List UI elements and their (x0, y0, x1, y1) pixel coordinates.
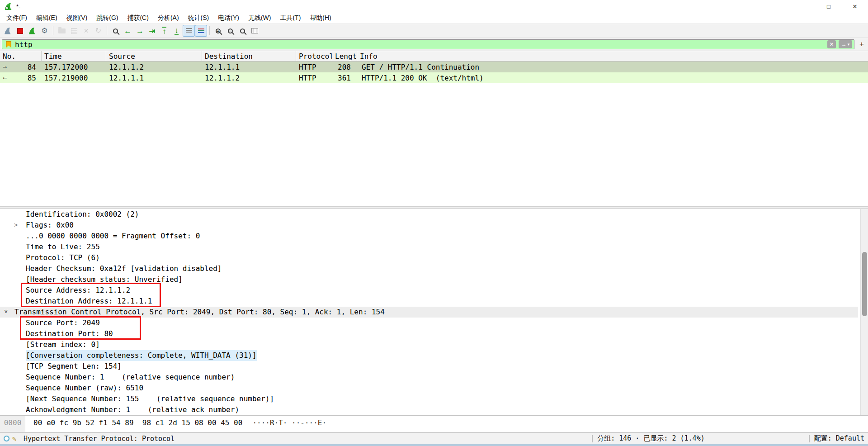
menu-item[interactable]: 捕获(C) (123, 13, 153, 24)
go-last-icon[interactable]: ↓ (170, 25, 183, 37)
detail-tree-row[interactable]: Acknowledgment Number: 1 (relative ack n… (0, 404, 858, 415)
packet-cell[interactable]: 84→ (0, 62, 42, 72)
packet-cell[interactable]: 157.172000 (42, 62, 106, 72)
capture-comment-icon[interactable]: ✎ (12, 435, 16, 443)
detail-field-text[interactable]: [Header checksum status: Unverified] (26, 274, 183, 285)
collapse-arrow-icon[interactable]: ˅ (4, 307, 8, 318)
packet-cell[interactable]: 12.1.1.2 (106, 62, 202, 72)
menu-item[interactable]: 统计(S) (184, 13, 214, 24)
detail-field-text[interactable]: Time to Live: 255 (26, 242, 100, 252)
filter-dropdown-caret-icon[interactable]: ▾ (848, 42, 850, 47)
expert-info-icon[interactable] (4, 436, 9, 441)
detail-field-text[interactable]: Protocol: TCP (6) (26, 252, 100, 263)
detail-field-text[interactable]: Source Address: 12.1.1.2 (26, 285, 130, 296)
filter-apply-icon[interactable]: →▾ (839, 40, 852, 48)
detail-field-text[interactable]: Acknowledgment Number: 1 (relative ack n… (26, 404, 239, 415)
menu-item[interactable]: 无线(W) (244, 13, 276, 24)
find-packet-icon[interactable] (109, 25, 122, 37)
go-first-icon[interactable]: ↑ (158, 25, 170, 37)
detail-field-text[interactable]: ...0 0000 0000 0000 = Fragment Offset: 0 (26, 231, 200, 242)
packet-row[interactable]: 84→157.17200012.1.1.212.1.1.1HTTP208GET … (0, 62, 868, 72)
zoom-in-icon[interactable] (212, 25, 224, 37)
column-header-no[interactable]: No. (0, 51, 42, 61)
detail-field-text[interactable]: [TCP Segment Len: 154] (26, 361, 122, 372)
menu-item[interactable]: 视图(V) (62, 13, 92, 24)
column-header-time[interactable]: Time (42, 51, 106, 61)
detail-field-text[interactable]: [Conversation completeness: Complete, WI… (26, 350, 257, 361)
detail-field-text[interactable]: [Next Sequence Number: 155 (relative seq… (26, 394, 274, 404)
start-capture-icon[interactable] (2, 25, 14, 37)
status-profile[interactable]: 配置: Default (814, 434, 864, 443)
restart-capture-icon[interactable] (26, 25, 38, 37)
close-file-icon[interactable]: ✕ (80, 25, 92, 37)
minimize-button[interactable]: — (789, 0, 816, 13)
packet-cell[interactable]: 85← (0, 72, 42, 83)
go-forward-icon[interactable]: → (134, 25, 146, 37)
packet-cell[interactable]: 157.219000 (42, 72, 106, 83)
maximize-button[interactable]: □ (816, 0, 842, 13)
filter-text[interactable]: http (15, 40, 33, 49)
detail-tree-row[interactable]: [Conversation completeness: Complete, WI… (0, 350, 858, 361)
resize-columns-icon[interactable] (249, 25, 261, 37)
detail-tree-row[interactable]: Source Address: 12.1.1.2 (0, 285, 858, 296)
column-header-destination[interactable]: Destination (202, 51, 296, 61)
detail-field-text[interactable]: Source Port: 2049 (26, 318, 100, 328)
close-button[interactable]: ✕ (842, 0, 868, 13)
detail-tree-row[interactable]: [Header checksum status: Unverified] (0, 274, 858, 285)
zoom-out-icon[interactable] (224, 25, 236, 37)
packet-cell[interactable]: 12.1.1.1 (106, 72, 202, 83)
menu-item[interactable]: 编辑(E) (32, 13, 62, 24)
menu-item[interactable]: 工具(T) (275, 13, 305, 24)
detail-tree-row[interactable]: Destination Address: 12.1.1.1 (0, 296, 858, 307)
colorize-icon[interactable] (195, 25, 207, 37)
column-header-info[interactable]: Info (357, 51, 868, 61)
packet-row[interactable]: 85←157.21900012.1.1.112.1.1.2HTTP361HTTP… (0, 72, 868, 83)
menu-item[interactable]: 帮助(H) (305, 13, 335, 24)
packet-cell[interactable]: GET / HTTP/1.1 Continuation (357, 62, 868, 72)
detail-tree-row[interactable]: ˅Transmission Control Protocol, Src Port… (0, 307, 858, 318)
detail-tree-row[interactable]: Destination Port: 80 (0, 328, 858, 339)
detail-tree-row[interactable]: Protocol: TCP (6) (0, 252, 858, 263)
column-header-protocol[interactable]: Protocol (296, 51, 332, 61)
detail-field-text[interactable]: Transmission Control Protocol, Src Port:… (14, 307, 385, 318)
column-header-length[interactable]: Length (332, 51, 357, 61)
detail-tree-row[interactable]: ...0 0000 0000 0000 = Fragment Offset: 0 (0, 231, 858, 242)
packet-cell[interactable]: 12.1.1.2 (202, 72, 296, 83)
detail-field-text[interactable]: Flags: 0x00 (26, 220, 74, 231)
packet-cell[interactable]: 208 (332, 62, 357, 72)
detail-field-text[interactable]: Destination Port: 80 (26, 328, 113, 339)
detail-tree-row[interactable]: Source Port: 2049 (0, 318, 858, 328)
detail-field-text[interactable]: Destination Address: 12.1.1.1 (26, 296, 152, 307)
menu-item[interactable]: 分析(A) (153, 13, 184, 24)
detail-tree-row[interactable]: [Stream index: 0] (0, 339, 858, 350)
detail-field-text[interactable]: [Stream index: 0] (26, 339, 100, 350)
hex-ascii[interactable]: ····R·T· ··-···E· (252, 418, 326, 429)
details-scrollbar-thumb[interactable] (862, 252, 867, 316)
reload-icon[interactable]: ↻ (92, 25, 104, 37)
open-file-icon[interactable] (56, 25, 68, 37)
detail-field-text[interactable]: Identification: 0x0002 (2) (26, 209, 139, 220)
packet-cell[interactable]: HTTP (296, 62, 332, 72)
expand-arrow-icon[interactable]: > (14, 220, 18, 231)
detail-tree-row[interactable]: Sequence Number: 1 (relative sequence nu… (0, 372, 858, 383)
packet-cell[interactable]: HTTP (296, 72, 332, 83)
detail-tree-row[interactable]: Time to Live: 255 (0, 242, 858, 252)
detail-tree-row[interactable]: >Flags: 0x00 (0, 220, 858, 231)
zoom-reset-icon[interactable] (236, 25, 249, 37)
menu-item[interactable]: 跳转(G) (92, 13, 123, 24)
detail-tree-row[interactable]: Identification: 0x0002 (2) (0, 209, 858, 220)
column-header-source[interactable]: Source (106, 51, 202, 61)
menu-item[interactable]: 文件(F) (2, 13, 32, 24)
detail-tree-row[interactable]: Header Checksum: 0xa12f [validation disa… (0, 263, 858, 274)
auto-scroll-icon[interactable] (183, 25, 195, 37)
save-file-icon[interactable] (68, 25, 80, 37)
details-scrollbar[interactable] (860, 209, 868, 415)
go-to-packet-icon[interactable]: ⇥ (146, 25, 158, 37)
go-back-icon[interactable]: ← (122, 25, 134, 37)
detail-field-text[interactable]: Sequence Number (raw): 6510 (26, 383, 143, 394)
menu-item[interactable]: 电话(Y) (213, 13, 244, 24)
packet-cell[interactable]: 12.1.1.1 (202, 62, 296, 72)
detail-field-text[interactable]: Header Checksum: 0xa12f [validation disa… (26, 263, 222, 274)
detail-field-text[interactable]: Sequence Number: 1 (relative sequence nu… (26, 372, 235, 383)
detail-tree-row[interactable]: Sequence Number (raw): 6510 (0, 383, 858, 394)
